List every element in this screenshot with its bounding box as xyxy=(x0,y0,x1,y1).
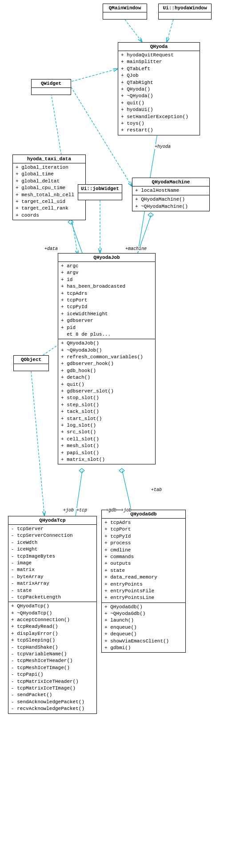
svg-marker-16 xyxy=(68,220,73,224)
qwidget-title: QWidget xyxy=(32,79,71,88)
svg-line-10 xyxy=(31,371,44,516)
qhyodamachine-methods: + QHyodaMachine() + ~QHyodaMachine() xyxy=(132,195,209,211)
qobject-box: QObject xyxy=(13,355,49,371)
qhyodagdb-box: QHyodaGdb + tcpAdrs + tcpPort + tcpPyId … xyxy=(101,510,186,653)
qhyodamachine-title: QHyodaMachine xyxy=(132,178,209,186)
qhyodajob-attrs: + argc + argv + id + has_been_broadcaste… xyxy=(58,262,155,339)
ui-hyodawindow-box: Ui::hyodaWindow xyxy=(158,4,212,20)
label-job-left: +job xyxy=(63,508,74,513)
qhyodajob-methods: + QHyodaJob() + ~QHyodaJob() + refresh_c… xyxy=(58,339,155,464)
label-machine: +machine xyxy=(125,246,147,251)
ui-jobwidget-title: Ui::jobWidget xyxy=(78,185,122,193)
qhyodatcp-title: QHyodaTcp xyxy=(8,516,96,525)
qhyodatcp-methods: + QHyodaTcp() + ~QHyodaTcp() + acceptCon… xyxy=(8,602,96,713)
label-data: +data xyxy=(44,246,58,251)
qhyodatcp-attrs: - tcpServer - tcpServerConnection - iceW… xyxy=(8,525,96,602)
label-tcp: +tcp xyxy=(76,508,87,513)
svg-marker-17 xyxy=(148,213,153,217)
qwidget-box: QWidget xyxy=(31,79,71,95)
qhyoda-title: QHyoda xyxy=(118,43,200,51)
qobject-title: QObject xyxy=(14,356,48,364)
qhyodamachine-box: QHyodaMachine + localHostName + QHyodaMa… xyxy=(132,178,210,211)
qhyoda-members: + hyodaQuitRequest + mainSplitter + QTab… xyxy=(118,51,200,135)
label-job-right: +job xyxy=(121,508,132,513)
ui-jobwidget-box: Ui::jobWidget xyxy=(78,184,122,200)
svg-line-12 xyxy=(122,471,131,510)
hyoda-taxi-data-box: hyoda_taxi_data + global_iteration + glo… xyxy=(12,155,86,220)
label-gdb: +gdb xyxy=(106,508,116,513)
qhyodagdb-attrs: + tcpAdrs + tcpPort + tcpPyId + process … xyxy=(102,519,185,603)
qhyodagdb-methods: + QHyodaGdb() + ~QHyodaGdb() + launch() … xyxy=(102,603,185,653)
label-hyoda: +hyoda xyxy=(155,144,171,149)
svg-line-6 xyxy=(71,222,82,253)
qhyodajob-title: QHyodaJob xyxy=(58,254,155,262)
qhyodatcp-box: QHyodaTcp - tcpServer - tcpServerConnect… xyxy=(8,516,97,714)
svg-line-0 xyxy=(125,20,142,42)
hyoda-taxi-data-title: hyoda_taxi_data xyxy=(13,155,85,163)
svg-marker-13 xyxy=(79,468,84,473)
label-tab: +tab xyxy=(151,488,162,492)
qmainwindow-title: QMainWindow xyxy=(103,4,147,12)
hyoda-taxi-data-members: + global_iteration + global_time + globa… xyxy=(13,163,85,220)
qhyodajob-box: QHyodaJob + argc + argv + id + has_been_… xyxy=(58,253,156,464)
svg-line-1 xyxy=(167,20,173,42)
qhyodamachine-attrs: + localHostName xyxy=(132,186,209,195)
qhyoda-box: QHyoda + hyodaQuitRequest + mainSplitter… xyxy=(118,42,200,135)
svg-marker-14 xyxy=(119,468,124,473)
qmainwindow-box: QMainWindow xyxy=(103,4,147,20)
ui-hyodawindow-title: Ui::hyodaWindow xyxy=(159,4,211,12)
